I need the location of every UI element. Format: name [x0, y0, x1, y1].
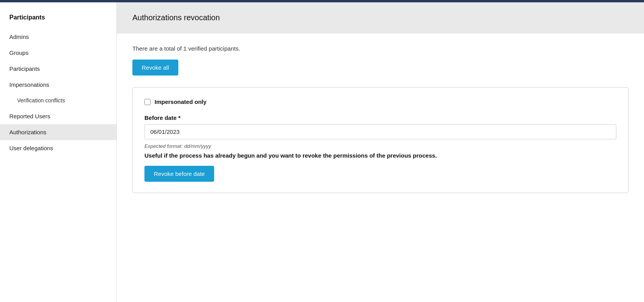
sidebar-item-authorizations[interactable]: Authorizations — [0, 124, 116, 140]
sidebar-item-participants[interactable]: Participants — [0, 61, 116, 77]
sidebar-item-reported-users[interactable]: Reported Users — [0, 108, 116, 124]
sidebar-item-impersonations[interactable]: Impersonations — [0, 77, 116, 93]
impersonated-only-row: Impersonated only — [144, 98, 616, 105]
before-date-input[interactable] — [144, 124, 616, 139]
filter-box: Impersonated only Before date * Expected… — [132, 87, 628, 193]
impersonated-only-checkbox[interactable] — [144, 99, 151, 105]
sidebar-item-verification-conflicts[interactable]: Verification conflicts — [0, 93, 116, 108]
page-title: Authorizations revocation — [132, 13, 628, 22]
sidebar-title: Participants — [0, 10, 116, 29]
sidebar: Participants Admins Groups Participants … — [0, 2, 117, 302]
date-hint-text: Expected format: dd/mm/yyyy — [144, 143, 616, 149]
page-header: Authorizations revocation — [117, 2, 644, 33]
page-body: There are a total of 1 verified particip… — [117, 33, 644, 205]
revoke-all-button[interactable]: Revoke all — [132, 60, 178, 76]
helper-text: Useful if the process has already begun … — [144, 152, 616, 159]
date-field-label: Before date * — [144, 114, 616, 121]
impersonated-only-label[interactable]: Impersonated only — [155, 98, 206, 105]
summary-text: There are a total of 1 verified particip… — [132, 45, 628, 52]
main-content: Authorizations revocation There are a to… — [117, 2, 644, 302]
sidebar-item-groups[interactable]: Groups — [0, 45, 116, 61]
sidebar-item-admins[interactable]: Admins — [0, 29, 116, 45]
revoke-before-date-button[interactable]: Revoke before date — [144, 166, 214, 182]
sidebar-item-user-delegations[interactable]: User delegations — [0, 140, 116, 156]
